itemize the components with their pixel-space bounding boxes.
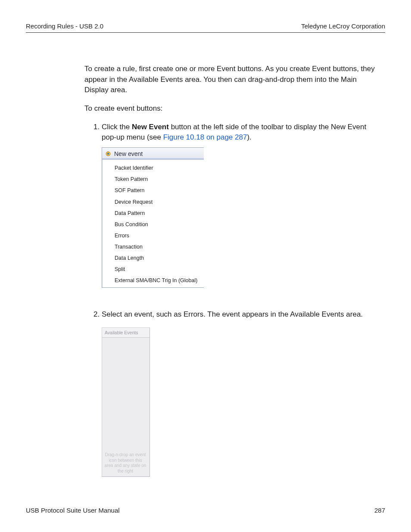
menu-item-transaction[interactable]: Transaction bbox=[103, 241, 204, 252]
page-footer: USB Protocol Suite User Manual 287 bbox=[26, 507, 385, 514]
header-left: Recording Rules - USB 2.0 bbox=[26, 22, 103, 30]
menu-item-packet-identifier[interactable]: Packet Identifier bbox=[103, 162, 204, 174]
step-2: Select an event, such as Errors. The eve… bbox=[102, 309, 377, 477]
menu-item-errors[interactable]: Errors bbox=[103, 230, 204, 241]
available-events-title: Available Events bbox=[102, 328, 149, 338]
new-event-menu: New event Packet Identifier Token Patter… bbox=[102, 147, 204, 288]
step-1: Click the New Event button at the left s… bbox=[102, 122, 377, 288]
step2-text: Select an event, such as Errors. The eve… bbox=[102, 310, 363, 318]
steps-list: Click the New Event button at the left s… bbox=[84, 122, 377, 477]
page: Recording Rules - USB 2.0 Teledyne LeCro… bbox=[0, 0, 411, 532]
available-events-panel[interactable]: Available Events Drag-n-drop an event ic… bbox=[102, 327, 150, 477]
menu-item-device-request[interactable]: Device Request bbox=[103, 196, 204, 208]
header-rule bbox=[26, 32, 385, 33]
menu-item-sof-pattern[interactable]: SOF Pattern bbox=[103, 185, 204, 196]
intro-paragraph: To create a rule, first create one or mo… bbox=[84, 64, 377, 96]
menu-item-data-length[interactable]: Data Length bbox=[103, 252, 204, 264]
menu-item-token-pattern[interactable]: Token Pattern bbox=[103, 174, 204, 185]
step1-bold: New Event bbox=[132, 123, 169, 131]
star-icon bbox=[105, 150, 112, 157]
menu-item-data-pattern[interactable]: Data Pattern bbox=[103, 208, 204, 219]
page-content: To create a rule, first create one or mo… bbox=[84, 64, 377, 477]
step1-text-before: Click the bbox=[102, 123, 132, 131]
menu-item-bus-condition[interactable]: Bus Condition bbox=[103, 219, 204, 230]
header-right: Teledyne LeCroy Corporation bbox=[301, 22, 385, 30]
menu-item-external-trig[interactable]: External SMA/BNC Trig In (Global) bbox=[103, 275, 204, 286]
lead-paragraph: To create event buttons: bbox=[84, 103, 377, 114]
available-events-hint: Drag-n-drop an event icon between this a… bbox=[104, 452, 147, 474]
svg-point-1 bbox=[107, 153, 109, 155]
menu-item-split[interactable]: Split bbox=[103, 264, 204, 275]
new-event-button[interactable]: New event bbox=[102, 148, 204, 160]
new-event-title: New event bbox=[114, 149, 143, 158]
step1-text-tail: ). bbox=[247, 133, 251, 141]
new-event-list: Packet Identifier Token Pattern SOF Patt… bbox=[102, 160, 204, 287]
page-header: Recording Rules - USB 2.0 Teledyne LeCro… bbox=[26, 22, 385, 30]
footer-page-number: 287 bbox=[374, 507, 385, 514]
step1-figure-link[interactable]: Figure 10.18 on page 287 bbox=[163, 133, 247, 141]
footer-left: USB Protocol Suite User Manual bbox=[26, 507, 120, 514]
